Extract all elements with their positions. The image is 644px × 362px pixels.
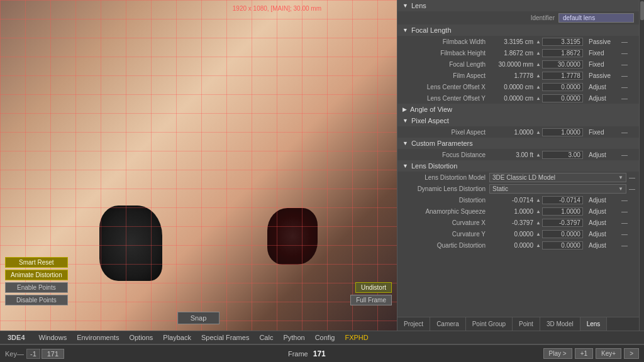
tab-point-group[interactable]: Point Group [466,317,513,331]
snap-button[interactable]: Snap [177,312,220,324]
filmback-width-val2[interactable]: 3.3195 [542,38,583,46]
pixel-aspect-label: Pixel Aspect [401,129,489,136]
anamorphic-val2[interactable]: 1.0000 [542,207,583,216]
focal-length-mode[interactable]: Fixed [589,61,620,68]
tab-project[interactable]: Project [397,317,430,331]
distortion-val2[interactable]: -0.0714 [542,196,583,204]
plus1-button[interactable]: +1 [575,348,593,359]
anamorphic-up-icon: ▲ [536,209,541,214]
dynamic-distortion-dash: — [629,185,635,192]
distortion-label: Distortion [401,197,489,204]
distortion-model-dropdown[interactable]: 3DE Classic LD Model ▼ [489,173,626,182]
focus-distance-up-icon: ▲ [536,152,541,158]
curvature-y-mode[interactable]: Adjust [589,231,620,238]
quartic-val1: 0.0000 [489,242,533,249]
focus-distance-mode[interactable]: Adjust [589,151,620,158]
identifier-value[interactable]: default lens [558,13,634,23]
panel-tabs: Project Camera Point Group Point 3D Mode… [397,317,639,331]
disable-points-button[interactable]: Disable Points [5,295,68,305]
smart-reset-button[interactable]: Smart Reset [5,257,68,268]
menu-environments[interactable]: Environments [72,332,124,343]
focus-distance-input-container: ▲ 3.00 [536,151,586,159]
identifier-row: Identifier default lens [397,11,639,25]
panel-scroll[interactable]: ▼ Lens Identifier default lens ▼ Focal L… [397,0,639,317]
pixel-aspect-header[interactable]: ▼ Pixel Aspect [397,115,639,126]
tab-camera[interactable]: Camera [430,317,466,331]
filmback-width-input-container: ▲ 3.3195 [536,38,586,46]
distortion-input-container: ▲ -0.0714 [536,196,586,204]
animate-distortion-button[interactable]: Animate Distortion [5,270,68,280]
distortion-up-icon: ▲ [536,197,541,203]
right-panel-wrapper: ▼ Lens Identifier default lens ▼ Focal L… [397,0,644,331]
menu-options[interactable]: Options [124,332,158,343]
enable-points-button[interactable]: Enable Points [5,282,68,293]
menu-windows[interactable]: Windows [34,332,72,343]
undistort-button[interactable]: Undistort [355,282,392,293]
curvature-x-label: Curvature X [401,219,489,226]
curvature-x-mode[interactable]: Adjust [589,219,620,226]
tab-3d-model[interactable]: 3D Model [540,317,580,331]
angle-of-view-header[interactable]: ▶ Angle of View [397,104,639,115]
custom-params-arrow-icon: ▼ [402,140,408,146]
full-frame-button[interactable]: Full Frame [350,295,392,305]
distortion-mode[interactable]: Adjust [589,197,620,204]
curvature-x-val1: -0.3797 [489,219,533,226]
focal-length-up-icon: ▲ [536,62,541,67]
focus-distance-row: Focus Distance 3.00 ft ▲ 3.00 Adjust — [397,149,639,160]
quartic-val2[interactable]: 0.0000 [542,241,583,250]
lens-center-y-mode[interactable]: Adjust [589,95,620,102]
focus-distance-label: Focus Distance [401,151,489,158]
app-label[interactable]: 3DE4 [3,332,30,343]
quartic-row: Quartic Distortion 0.0000 ▲ 0.0000 Adjus… [397,239,639,251]
lens-center-y-up-icon: ▲ [536,96,541,101]
filmback-height-up-icon: ▲ [536,50,541,56]
forward-button[interactable]: > [624,348,639,359]
play-button[interactable]: Play > [543,348,572,359]
focal-length-header[interactable]: ▼ Focal Length [397,25,639,36]
curvature-x-val2[interactable]: -0.3797 [542,219,583,227]
panel-scrollbar[interactable] [639,0,644,331]
menu-playback[interactable]: Playback [158,332,196,343]
focus-distance-val2[interactable]: 3.00 [542,151,583,159]
curvature-x-input-container: ▲ -0.3797 [536,219,586,227]
tab-point[interactable]: Point [513,317,540,331]
quartic-mode[interactable]: Adjust [589,242,620,249]
custom-params-header[interactable]: ▼ Custom Parameters [397,138,639,149]
pixel-aspect-val2[interactable]: 1.0000 [542,128,583,136]
pixel-aspect-input-container: ▲ 1.0000 [536,128,586,136]
film-aspect-val2[interactable]: 1.7778 [542,72,583,80]
dynamic-distortion-dropdown[interactable]: Static ▼ [489,184,626,194]
keyplus-button[interactable]: Key+ [596,348,621,359]
menu-config[interactable]: Config [310,332,340,343]
focal-length-val2[interactable]: 30.0000 [542,60,583,69]
minus-button[interactable]: -1 [26,349,40,359]
curvature-x-row: Curvature X -0.3797 ▲ -0.3797 Adjust — [397,217,639,228]
anamorphic-mode[interactable]: Adjust [589,208,620,215]
menu-special-frames[interactable]: Special Frames [196,332,254,343]
viewport: 1920 x 1080, [MAIN]; 30.00 mm Smart Rese… [0,0,397,331]
scene-object-right [267,208,318,265]
tab-lens[interactable]: Lens [580,317,608,331]
film-aspect-input-container: ▲ 1.7778 [536,72,586,80]
lens-distortion-header[interactable]: ▼ Lens Distortion [397,160,639,172]
filmback-height-val2[interactable]: 1.8672 [542,49,583,57]
viewport-canvas: 1920 x 1080, [MAIN]; 30.00 mm Smart Rese… [0,0,397,331]
pixel-aspect-arrow-icon: ▼ [402,118,408,124]
custom-params-title: Custom Parameters [411,140,473,147]
menu-calc[interactable]: Calc [254,332,278,343]
menu-fxphd[interactable]: FXPHD [340,332,373,343]
pixel-aspect-mode[interactable]: Fixed [589,129,620,136]
filmback-height-mode[interactable]: Fixed [589,50,620,57]
lens-section-header[interactable]: ▼ Lens [397,0,639,11]
lens-center-x-mode[interactable]: Adjust [589,84,620,90]
menu-python[interactable]: Python [278,332,309,343]
focal-length-val1: 30.0000 mm [489,61,533,68]
curvature-y-val2[interactable]: 0.0000 [542,230,583,238]
film-aspect-mode[interactable]: Passive [589,72,620,79]
lens-center-y-input-container: ▲ 0.0000 [536,94,586,102]
filmback-width-mode[interactable]: Passive [589,38,620,45]
frame-value: 171 [313,349,326,358]
quartic-dash: — [621,242,628,249]
lens-center-y-val2[interactable]: 0.0000 [542,94,583,102]
lens-center-x-val2[interactable]: 0.0000 [542,83,583,91]
